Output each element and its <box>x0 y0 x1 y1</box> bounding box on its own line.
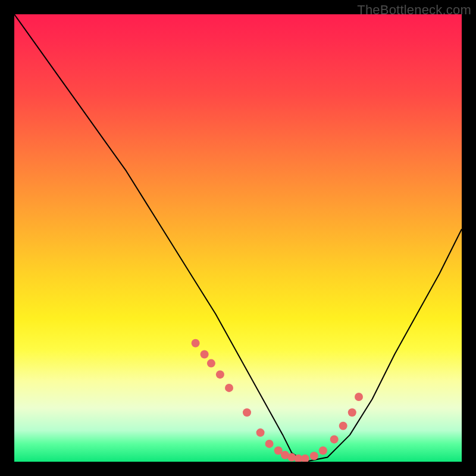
highlight-dot <box>243 408 251 416</box>
highlight-dot <box>256 428 265 437</box>
highlight-dot <box>192 339 200 347</box>
outer-frame: TheBottleneck.com <box>0 0 476 476</box>
highlight-dot <box>339 422 347 430</box>
highlight-dot <box>310 452 318 460</box>
plot-area <box>14 14 462 462</box>
highlight-dot <box>265 440 274 448</box>
highlight-dot <box>301 455 309 462</box>
bottleneck-curve <box>14 14 462 462</box>
highlight-dot <box>216 370 224 378</box>
highlight-dots-group <box>192 339 363 462</box>
highlight-dot <box>207 359 215 368</box>
highlight-dot <box>281 451 289 459</box>
highlight-dot <box>330 435 339 443</box>
highlight-dot <box>287 453 296 462</box>
highlight-dot <box>295 455 303 462</box>
chart-svg <box>14 14 462 462</box>
highlight-dot <box>319 446 327 455</box>
highlight-dot <box>201 350 209 359</box>
highlight-dot <box>355 393 363 401</box>
highlight-dot <box>225 384 233 392</box>
highlight-dot <box>348 408 356 416</box>
highlight-dot <box>274 446 283 455</box>
